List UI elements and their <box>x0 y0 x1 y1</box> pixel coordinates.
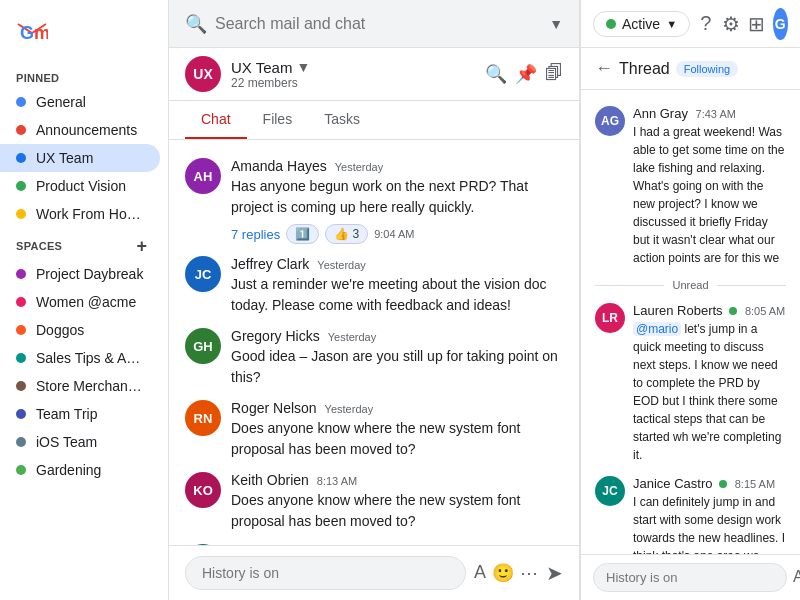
reaction-chip[interactable]: 1️⃣ <box>286 224 319 244</box>
sidebar-item-team-trip[interactable]: Team Trip <box>0 400 160 428</box>
chat-input-actions: A 🙂 ⋯ <box>474 562 538 584</box>
send-button[interactable]: ➤ <box>546 561 563 585</box>
message-header: Gregory Hicks Yesterday <box>231 328 563 344</box>
chat-input[interactable] <box>185 556 466 590</box>
format-text-icon[interactable]: A <box>474 562 486 584</box>
sidebar-label-women-acme: Women @acme <box>36 294 144 310</box>
sidebar-item-product-vision[interactable]: Product Vision <box>0 172 160 200</box>
message-author: Roger Nelson <box>231 400 317 416</box>
status-pill[interactable]: Active ▼ <box>593 11 690 37</box>
sidebar-item-store-merchandise[interactable]: Store Merchandise <box>0 372 160 400</box>
sidebar-item-project-daybreak[interactable]: Project Daybreak <box>0 260 160 288</box>
gmail-logo-icon: Gmail <box>16 16 48 48</box>
message-text: Just a reminder we're meeting about the … <box>231 274 563 316</box>
message-content: Gregory Hicks Yesterday Good idea – Jaso… <box>231 328 563 388</box>
thread-back-button[interactable]: ← <box>595 58 613 79</box>
sidebar-label-gardening: Gardening <box>36 462 144 478</box>
sidebar-dot-work-from-home <box>16 209 26 219</box>
search-dropdown-icon[interactable]: ▼ <box>549 16 563 32</box>
thread-message-content: Lauren Roberts 8:05 AM @mario let's jump… <box>633 303 786 464</box>
sidebar-label-announcements: Announcements <box>36 122 144 138</box>
message-avatar: JC <box>185 256 221 292</box>
grid-icon[interactable]: ⊞ <box>748 8 765 40</box>
sidebar-dot-product-vision <box>16 181 26 191</box>
unread-line <box>595 285 664 286</box>
sidebar-item-doggos[interactable]: Doggos <box>0 316 160 344</box>
unread-line <box>717 285 786 286</box>
message-time: Yesterday <box>317 259 366 271</box>
mention-tag: @mario <box>633 322 681 336</box>
message-header: Amanda Hayes Yesterday <box>231 158 563 174</box>
video-call-icon[interactable]: 📌 <box>515 63 537 85</box>
sidebar-item-general[interactable]: General <box>0 88 160 116</box>
thread-message-text: I can definitely jump in and start with … <box>633 493 786 554</box>
group-name: UX Team ▼ <box>231 59 475 76</box>
sidebar-dot-gardening <box>16 465 26 475</box>
sidebar-item-gardening[interactable]: Gardening <box>0 456 160 484</box>
message-content: Keith Obrien 8:13 AM Does anyone know wh… <box>231 472 563 532</box>
message-author: Keith Obrien <box>231 472 309 488</box>
more-options-icon[interactable]: ⋯ <box>520 562 538 584</box>
following-badge: Following <box>676 61 738 77</box>
message-item: GH Gregory Hicks Yesterday Good idea – J… <box>169 322 579 394</box>
search-bar: 🔍 ▼ <box>169 0 579 48</box>
message-content: Jeffrey Clark Yesterday Just a reminder … <box>231 256 563 316</box>
replies-chip[interactable]: 7 replies <box>231 227 280 242</box>
add-space-button[interactable]: + <box>132 236 152 256</box>
thread-message-text: @mario let's jump in a quick meeting to … <box>633 320 786 464</box>
reaction-chip[interactable]: 👍 3 <box>325 224 368 244</box>
tab-chat[interactable]: Chat <box>185 101 247 139</box>
thread-message-header: Janice Castro 8:15 AM <box>633 476 786 491</box>
search-messages-icon[interactable]: 🔍 <box>485 63 507 85</box>
thread-messages: AG Ann Gray 7:43 AM I had a great weeken… <box>581 90 800 554</box>
message-item: AC Alan Cook <box>169 538 579 545</box>
sidebar-item-sales-tips[interactable]: Sales Tips & Advice <box>0 344 160 372</box>
message-content: Roger Nelson Yesterday Does anyone know … <box>231 400 563 460</box>
spaces-label: SPACES + <box>0 228 168 260</box>
chat-input-bar: A 🙂 ⋯ ➤ <box>169 545 579 600</box>
message-text: Does anyone know where the new system fo… <box>231 418 563 460</box>
search-icon: 🔍 <box>185 13 207 35</box>
sidebar-dot-ux-team <box>16 153 26 163</box>
thread-message-text: I had a great weekend! Was able to get s… <box>633 123 786 267</box>
search-input[interactable] <box>215 15 541 33</box>
thread-message-author: Lauren Roberts <box>633 303 723 318</box>
sidebar-item-work-from-home[interactable]: Work From Home <box>0 200 160 228</box>
thread-header: ← Thread Following <box>581 48 800 90</box>
user-avatar[interactable]: G <box>773 8 788 40</box>
sidebar-label-product-vision: Product Vision <box>36 178 144 194</box>
sidebar-item-women-acme[interactable]: Women @acme <box>0 288 160 316</box>
thread-input[interactable] <box>593 563 787 592</box>
sidebar-item-ios-team[interactable]: iOS Team <box>0 428 160 456</box>
sidebar-label-store-merchandise: Store Merchandise <box>36 378 144 394</box>
sidebar-dot-general <box>16 97 26 107</box>
thread-format-icon[interactable]: A <box>793 568 800 587</box>
settings-icon[interactable]: ⚙ <box>722 8 740 40</box>
more-options-icon[interactable]: 🗐 <box>545 63 563 85</box>
thread-message-time: 7:43 AM <box>696 108 736 120</box>
message-avatar: GH <box>185 328 221 364</box>
sidebar-label-project-daybreak: Project Daybreak <box>36 266 144 282</box>
sidebar-label-work-from-home: Work From Home <box>36 206 144 222</box>
tab-files[interactable]: Files <box>247 101 309 139</box>
group-dropdown-icon[interactable]: ▼ <box>296 59 310 75</box>
message-time: Yesterday <box>335 161 384 173</box>
thread-message-item: JC Janice Castro 8:15 AM I can definitel… <box>581 470 800 554</box>
sidebar-item-ux-team[interactable]: UX Team <box>0 144 160 172</box>
message-item: AH Amanda Hayes Yesterday Has anyone beg… <box>169 152 579 250</box>
group-avatar: UX <box>185 56 221 92</box>
sidebar-dot-ios-team <box>16 437 26 447</box>
main-chat-panel: 🔍 ▼ UX UX Team ▼ 22 members 🔍 📌 🗐 ChatFi… <box>168 0 580 600</box>
message-author: Amanda Hayes <box>231 158 327 174</box>
thread-message-avatar: LR <box>595 303 625 333</box>
thread-message-avatar: JC <box>595 476 625 506</box>
sidebar-dot-announcements <box>16 125 26 135</box>
unread-label: Unread <box>672 279 708 291</box>
emoji-icon[interactable]: 🙂 <box>492 562 514 584</box>
help-icon[interactable]: ? <box>698 8 713 40</box>
status-chevron-icon: ▼ <box>666 18 677 30</box>
tab-tasks[interactable]: Tasks <box>308 101 376 139</box>
sidebar-item-announcements[interactable]: Announcements <box>0 116 160 144</box>
unread-divider: Unread <box>581 273 800 297</box>
svg-text:Gmail: Gmail <box>20 23 48 43</box>
